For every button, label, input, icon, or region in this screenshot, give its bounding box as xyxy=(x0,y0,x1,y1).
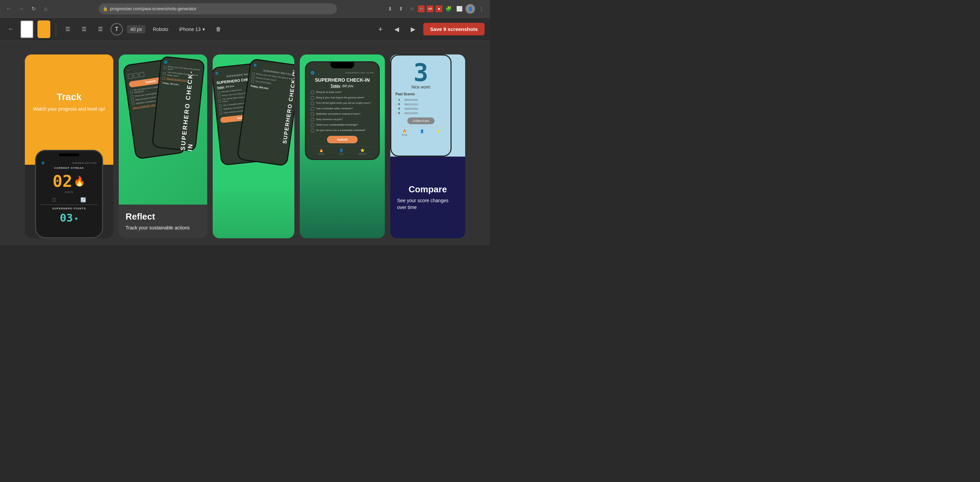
extension-glasses-icon: 👓 xyxy=(418,5,425,12)
screenshot-card-checkin-upright: 🌐 SUPERHERO RECYCLING SUPERHERO CHECK-IN… xyxy=(300,54,385,238)
thumbnail-white[interactable] xyxy=(21,21,33,38)
font-size-display[interactable]: 40 px xyxy=(127,25,145,33)
checkin-title: SUPERHERO CHECK-IN xyxy=(311,77,374,83)
screenshot-card-compare: 3 Nice work! Past Scores ↑ 1 08/22/2022 … xyxy=(390,54,465,238)
thumbnail-orange[interactable] xyxy=(37,21,50,38)
extension-red-icon: UD xyxy=(427,5,434,12)
past-scores-title: Past Scores xyxy=(395,92,447,96)
checklist-item-8: Do your best to be a sustainable individ… xyxy=(311,129,374,132)
browser-chrome: ← → ↻ ⌂ 🔒 progressier.com/pwa-screenshot… xyxy=(0,0,490,18)
nice-work-text: Nice work! xyxy=(395,85,447,89)
address-bar[interactable]: 🔒 progressier.com/pwa-screenshots-genera… xyxy=(99,3,337,14)
nav-back-button[interactable]: ← xyxy=(4,4,14,14)
submit-button-phone[interactable]: Submit xyxy=(327,136,358,143)
extension-red2-icon: ■ xyxy=(436,5,442,12)
device-selector[interactable]: iPhone 13 ▾ xyxy=(176,25,208,33)
font-name-display[interactable]: Roboto xyxy=(150,25,172,33)
card-reflect-text: Reflect Track your sustainable actions xyxy=(119,205,207,238)
phone-mockup-track: 🌐 SUPERHERO RECYCLING CURRENT STREAK 02 … xyxy=(35,150,103,238)
checklist-item-4: Use a reusable water container? xyxy=(311,107,374,111)
score-bottom-nav: 🔥Streak 👤 ⭐ xyxy=(395,127,447,136)
rotated-phone-right: SUPERHERO CHECK-IN 🌐 Bring a your own ba… xyxy=(151,56,205,152)
checklist-item-1: Recycle at least once? xyxy=(311,91,374,94)
collect-fact-button[interactable]: Collect Fact xyxy=(407,118,434,124)
bookmark-icon[interactable]: ☆ xyxy=(407,4,417,14)
phone-notch xyxy=(59,154,79,156)
share-icon[interactable]: ⬆ xyxy=(396,4,406,14)
prev-slide-button[interactable]: ◀ xyxy=(391,23,403,35)
points-number: 03 ★ xyxy=(40,212,98,224)
hamburger-lines-icon[interactable]: ☰ xyxy=(62,23,74,35)
card-compare-subtitle: See your score changes over time xyxy=(397,197,458,211)
device-name-label: iPhone 13 xyxy=(179,27,200,32)
card-reflect-title: Reflect xyxy=(126,212,200,222)
phone-notch-4 xyxy=(331,62,354,68)
score-row-2: ↓ 0 08/21/2022 xyxy=(395,102,447,106)
phone-content-track: 🌐 SUPERHERO RECYCLING CURRENT STREAK 02 … xyxy=(40,161,98,224)
nav-forward-button[interactable]: → xyxy=(16,4,26,14)
checklist-item-2: Bring a your own bag to the grocery stor… xyxy=(311,96,374,100)
toolbar-separator xyxy=(56,22,56,36)
screenshot-card-reflect: ← ✕ Submit Do your best to be a sustaina… xyxy=(119,54,207,238)
arrow-up-icon: ↑ xyxy=(395,98,397,102)
screenshot-card-checkin-rotated: 🌐 SUPERHERO RECYCLING SUPERHERO CHECK-IN… xyxy=(213,54,294,238)
browser-actions: ⬇ ⬆ ☆ 👓 UD ■ 🧩 ⬜ 👤 ⋮ xyxy=(385,4,486,14)
nav-refresh-button[interactable]: ↻ xyxy=(29,4,38,14)
save-screenshots-button[interactable]: Save 9 screenshots xyxy=(423,23,485,35)
window-icon[interactable]: ⬜ xyxy=(455,4,464,14)
trash-icon[interactable]: 🗑 xyxy=(212,23,224,35)
card-compare-bottom: Compare See your score changes over time xyxy=(390,157,465,238)
add-slide-button[interactable]: + xyxy=(374,23,387,35)
star-icon: ★ xyxy=(74,214,78,222)
toolbar-back-button[interactable]: ← xyxy=(5,24,16,35)
checkin-subtitle: Today, did you: xyxy=(311,84,374,88)
card-track-title: Track xyxy=(56,92,81,102)
menu-lines-icon[interactable]: ☰ xyxy=(78,23,90,35)
menu-icon[interactable]: ⋮ xyxy=(476,4,486,14)
arrow-down-icon: ↓ xyxy=(395,102,397,106)
card-track-top: Track Watch your progress and level up! xyxy=(25,54,113,146)
download-icon[interactable]: ⬇ xyxy=(385,4,395,14)
days-label: DAYS xyxy=(40,191,98,194)
card-track-subtitle: Watch your progress and level up! xyxy=(33,106,105,113)
checklist-item-6: Help someone recycle? xyxy=(311,118,374,121)
text-style-button[interactable]: T xyxy=(111,23,123,35)
checklist-item-7: Share your sustainability knowledge? xyxy=(311,123,374,127)
checklist-item-3: Turn off the lights when you left an emp… xyxy=(311,102,374,105)
align-lines-icon[interactable]: ☰ xyxy=(94,23,107,35)
url-text: progressier.com/pwa-screenshots-generato… xyxy=(110,6,196,11)
phone-bottom-nav: 🔥Streak 👤Day ⭐Rewards xyxy=(311,146,374,155)
score-phone: 3 Nice work! Past Scores ↑ 1 08/22/2022 … xyxy=(390,54,452,157)
score-row-4: ↓ 5 08/19/2022 xyxy=(395,111,447,115)
main-content: Track Watch your progress and level up! … xyxy=(0,41,490,245)
lock-icon: 🔒 xyxy=(103,6,108,11)
streak-number: 02 🔥 xyxy=(40,172,98,191)
card-compare-title: Compare xyxy=(409,184,447,195)
arrow-up-icon-2: ↑ xyxy=(395,107,397,110)
divider xyxy=(40,205,98,205)
checklist-phone: 🌐 SUPERHERO RECYCLING SUPERHERO CHECK-IN… xyxy=(305,61,380,160)
card3-phones-area: 🌐 SUPERHERO RECYCLING SUPERHERO CHECK-IN… xyxy=(213,58,294,180)
score-row-3: ↑ 6 08/20/2022 xyxy=(395,107,447,110)
card-reflect-subtitle: Track your sustainable actions xyxy=(126,225,200,231)
chevron-down-icon: ▾ xyxy=(202,27,205,32)
profile-avatar[interactable]: 👤 xyxy=(466,4,475,14)
nav-home-button[interactable]: ⌂ xyxy=(41,4,50,14)
puzzle-icon[interactable]: 🧩 xyxy=(444,4,453,14)
screenshot-card-track: Track Watch your progress and level up! … xyxy=(25,54,113,238)
checklist-item-5: Walk/bike somewhere instead of drive? xyxy=(311,112,374,116)
points-label: SUPERHERO POINTS xyxy=(40,207,98,210)
flame-icon: 🔥 xyxy=(73,176,86,187)
arrow-down-icon-2: ↓ xyxy=(395,111,397,115)
toolbar: ← ☰ ☰ ☰ T 40 px Roboto iPhone 13 ▾ 🗑 + ◀… xyxy=(0,18,490,41)
score-big-number: 3 xyxy=(395,60,447,85)
score-row-1: ↑ 1 08/22/2022 xyxy=(395,98,447,102)
streak-label: CURRENT STREAK xyxy=(40,167,98,170)
next-slide-button[interactable]: ▶ xyxy=(407,23,419,35)
